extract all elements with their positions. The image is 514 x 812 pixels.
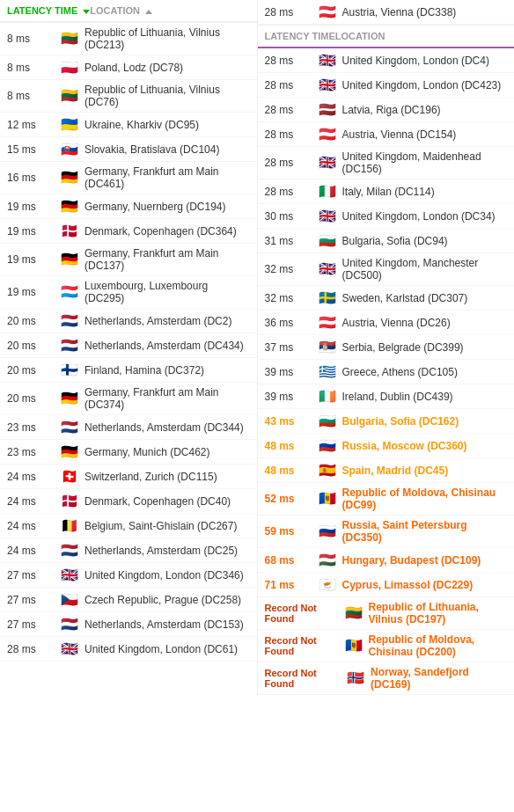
- location-text: Republic of Moldova, Chisinau (DC99): [342, 486, 508, 511]
- country-flag: 🇲🇩: [344, 640, 363, 652]
- country-flag: 🇬🇧: [60, 569, 79, 582]
- location-text: Poland, Lodz (DC78): [84, 62, 183, 74]
- location-text: Ireland, Dublin (DC439): [342, 391, 453, 403]
- left-table-row: 20 ms 🇳🇱 Netherlands, Amsterdam (DC434): [0, 333, 257, 358]
- location-text: Cyprus, Limassol (DC229): [342, 579, 474, 591]
- left-table-row: 12 ms 🇺🇦 Ukraine, Kharkiv (DC95): [0, 113, 257, 137]
- left-table-row: 24 ms 🇩🇰 Denmark, Copenhagen (DC40): [0, 489, 257, 514]
- location-text: Hungary, Budapest (DC109): [342, 554, 481, 567]
- right-table-row: 28 ms 🇱🇻 Latvia, Riga (DC196): [258, 98, 515, 122]
- latency-value: 48 ms: [265, 440, 318, 452]
- latency-value: 32 ms: [265, 292, 318, 304]
- country-flag: 🇳🇱: [60, 618, 79, 631]
- country-flag: 🇱🇹: [60, 90, 79, 102]
- right-location-header: LOCATION: [335, 31, 386, 41]
- latency-value: 15 ms: [7, 143, 60, 156]
- left-table-row: 8 ms 🇱🇹 Republic of Lithuania, Vilnius (…: [0, 80, 257, 113]
- location-text: United Kingdom, London (DC423): [342, 79, 502, 91]
- right-top-latency: 28 ms: [265, 6, 318, 18]
- location-text: Russia, Saint Petersburg (DC350): [342, 519, 508, 544]
- latency-value: 27 ms: [7, 569, 60, 582]
- country-flag: 🇬🇧: [318, 79, 337, 91]
- location-text: Republic of Lithuania, Vilnius (DC76): [84, 84, 250, 108]
- latency-value: 27 ms: [7, 594, 60, 606]
- left-table-row: 27 ms 🇨🇿 Czech Republic, Prague (DC258): [0, 588, 257, 612]
- country-flag: 🇩🇰: [60, 225, 79, 238]
- country-flag: 🇷🇺: [318, 440, 337, 452]
- country-flag: 🇮🇪: [318, 391, 337, 403]
- sort-desc-icon[interactable]: [83, 10, 90, 14]
- location-text: Germany, Frankfurt am Main (DC374): [84, 386, 250, 411]
- right-table-row: 52 ms 🇲🇩 Republic of Moldova, Chisinau (…: [258, 483, 515, 516]
- latency-value: 19 ms: [7, 201, 60, 213]
- country-flag: 🇬🇷: [318, 366, 337, 378]
- location-text: Austria, Vienna (DC26): [342, 317, 451, 329]
- latency-value: 8 ms: [7, 90, 60, 102]
- latency-value: Record Not Found: [265, 603, 344, 624]
- location-text: Republic of Moldova, Chisinau (DC200): [369, 633, 508, 658]
- right-table-row: 31 ms 🇧🇬 Bulgaria, Sofia (DC94): [258, 229, 515, 253]
- latency-value: 8 ms: [7, 62, 60, 74]
- country-flag: 🇺🇦: [60, 119, 79, 131]
- right-table-row: 30 ms 🇬🇧 United Kingdom, London (DC34): [258, 204, 515, 229]
- country-flag: 🇪🇸: [318, 465, 337, 477]
- country-flag: 🇦🇹: [318, 128, 337, 141]
- latency-value: 20 ms: [7, 340, 60, 352]
- latency-value: 37 ms: [265, 341, 318, 354]
- left-table-row: 8 ms 🇵🇱 Poland, Lodz (DC78): [0, 55, 257, 80]
- sort-asc-icon[interactable]: [145, 10, 152, 14]
- location-text: Republic of Lithuania, Vilnius (DC197): [369, 601, 508, 625]
- right-table-row: 48 ms 🇷🇺 Russia, Moscow (DC360): [258, 434, 515, 458]
- latency-value: 59 ms: [265, 525, 318, 538]
- latency-value: 20 ms: [7, 392, 60, 405]
- country-flag: 🇧🇪: [60, 520, 79, 532]
- country-flag: 🇧🇬: [318, 415, 337, 428]
- latency-value: 20 ms: [7, 315, 60, 327]
- latency-value: 43 ms: [265, 415, 318, 428]
- location-text: Greece, Athens (DC105): [342, 366, 458, 378]
- location-text: Switzerland, Zurich (DC115): [84, 471, 217, 483]
- country-flag: 🇩🇪: [60, 172, 79, 184]
- latency-value: 28 ms: [265, 157, 318, 169]
- right-table-row: 37 ms 🇷🇸 Serbia, Belgrade (DC399): [258, 335, 515, 360]
- location-text: United Kingdom, Maidenhead (DC156): [342, 150, 508, 175]
- right-column: 28 ms 🇦🇹 Austria, Vienna (DC338) LATENCY…: [258, 0, 515, 695]
- country-flag: 🇳🇱: [60, 545, 79, 557]
- location-text: Netherlands, Amsterdam (DC25): [84, 545, 238, 557]
- latency-value: 24 ms: [7, 545, 60, 557]
- right-table-row: 28 ms 🇦🇹 Austria, Vienna (DC154): [258, 122, 515, 147]
- latency-value: 16 ms: [7, 172, 60, 184]
- latency-value: 23 ms: [7, 446, 60, 458]
- right-table-row: 71 ms 🇨🇾 Cyprus, Limassol (DC229): [258, 573, 515, 597]
- country-flag: 🇬🇧: [318, 55, 337, 67]
- country-flag: 🇮🇹: [318, 186, 337, 198]
- latency-value: 8 ms: [7, 33, 60, 45]
- right-table-row: 59 ms 🇷🇺 Russia, Saint Petersburg (DC350…: [258, 516, 515, 548]
- right-table-row: 39 ms 🇮🇪 Ireland, Dublin (DC439): [258, 384, 515, 409]
- location-text: Bulgaria, Sofia (DC94): [342, 235, 448, 247]
- country-flag: 🇦🇹: [318, 317, 337, 329]
- latency-value: 68 ms: [265, 554, 318, 567]
- location-text: Finland, Hamina (DC372): [84, 364, 204, 377]
- latency-value: 52 ms: [265, 493, 318, 505]
- country-flag: 🇫🇮: [60, 364, 79, 377]
- location-text: United Kingdom, London (DC346): [84, 569, 244, 582]
- main-container: LATENCY TIME LOCATION 8 ms 🇱🇹 Republic o…: [0, 0, 514, 695]
- left-table-row: 19 ms 🇱🇺 Luxembourg, Luxembourg (DC295): [0, 276, 257, 309]
- left-table-row: 24 ms 🇧🇪 Belgium, Saint-Ghislain (DC267): [0, 514, 257, 538]
- latency-value: Record Not Found: [265, 635, 344, 656]
- latency-value: 28 ms: [265, 128, 318, 141]
- country-flag: 🇩🇰: [60, 495, 79, 508]
- left-table-row: 19 ms 🇩🇪 Germany, Frankfurt am Main (DC1…: [0, 244, 257, 276]
- latency-value: 27 ms: [7, 618, 60, 631]
- left-table-row: 20 ms 🇳🇱 Netherlands, Amsterdam (DC2): [0, 309, 257, 333]
- latency-value: 36 ms: [265, 317, 318, 329]
- right-table-row: 32 ms 🇬🇧 United Kingdom, Manchester (DC5…: [258, 253, 515, 286]
- location-text: Luxembourg, Luxembourg (DC295): [84, 280, 250, 304]
- location-text: Bulgaria, Sofia (DC162): [342, 415, 459, 428]
- left-header: LATENCY TIME LOCATION: [0, 0, 257, 23]
- right-header: LATENCY TIME LOCATION: [258, 25, 515, 48]
- location-text: Ukraine, Kharkiv (DC95): [84, 119, 199, 131]
- right-latency-header: LATENCY TIME: [265, 31, 335, 41]
- right-top-location: Austria, Vienna (DC338): [342, 6, 457, 18]
